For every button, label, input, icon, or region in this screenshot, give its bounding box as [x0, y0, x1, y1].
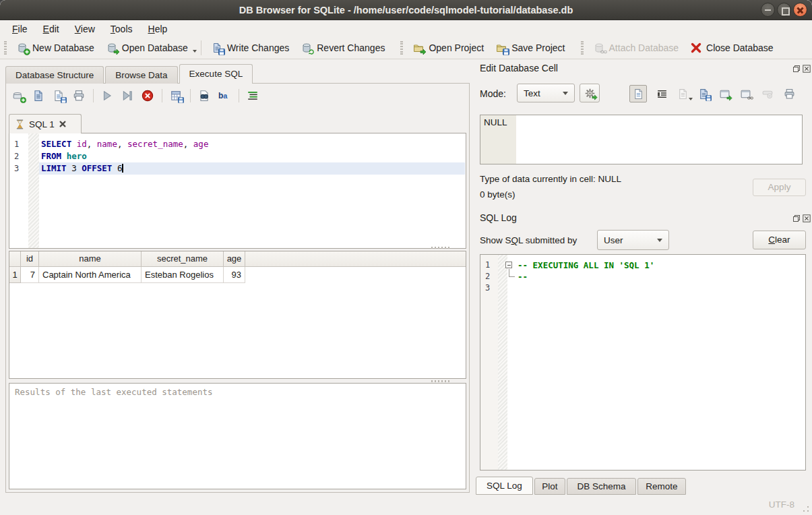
table-row[interactable]: 1 7 Captain North America Esteban Rogeli… [9, 267, 466, 283]
apply-button[interactable]: Apply [753, 179, 806, 196]
execute-current-line-icon[interactable] [121, 90, 134, 102]
text-mode-button[interactable] [629, 85, 647, 102]
tab-plot[interactable]: Plot [534, 478, 565, 495]
line-number: 1 [14, 138, 19, 150]
tab-remote[interactable]: Remote [637, 478, 686, 495]
tab-execute-sql[interactable]: Execute SQL [179, 64, 253, 84]
main-toolbar: New Database Open Database Write Changes… [0, 37, 812, 59]
menu-file[interactable]: File [6, 23, 34, 35]
save-sql-file-icon[interactable] [53, 90, 65, 102]
menu-tools[interactable]: Tools [104, 23, 139, 35]
print-cell-button[interactable] [782, 86, 797, 101]
format-sql-icon[interactable] [247, 90, 259, 102]
open-project-label: Open Project [429, 42, 484, 53]
open-database-button[interactable]: Open Database [100, 40, 194, 57]
hourglass-icon [15, 119, 24, 129]
open-tab-icon[interactable] [12, 90, 25, 102]
open-in-window-button[interactable] [717, 86, 732, 101]
link-cell-button[interactable] [738, 86, 753, 101]
splitter-handle[interactable] [431, 380, 450, 382]
app-window: DB Browser for SQLite - /home/user/code/… [0, 0, 812, 515]
save-results-icon[interactable] [170, 90, 183, 102]
resize-grip[interactable] [803, 506, 809, 512]
code-line: FROM hero [41, 150, 87, 162]
toolbar-grip[interactable] [581, 41, 584, 55]
stop-execution-icon[interactable] [142, 90, 154, 102]
save-project-label: Save Project [511, 42, 565, 53]
column-header-id[interactable]: id [21, 251, 39, 267]
attach-database-label: Attach Database [609, 42, 679, 53]
print-icon[interactable] [73, 90, 86, 102]
revert-changes-icon [301, 42, 313, 54]
tab-sql-log[interactable]: SQL Log [476, 477, 533, 495]
close-database-label: Close Database [706, 42, 774, 53]
cell-id[interactable]: 7 [21, 267, 39, 283]
close-database-button[interactable]: Close Database [685, 40, 780, 57]
menu-edit[interactable]: Edit [37, 23, 65, 35]
minimize-button[interactable] [761, 3, 775, 17]
toolbar-grip[interactable] [400, 41, 403, 55]
word-wrap-button[interactable] [654, 86, 669, 101]
close-dock-icon[interactable] [803, 213, 811, 221]
header-filler [245, 251, 466, 267]
submitted-by-combobox[interactable]: User [597, 230, 669, 250]
open-database-icon [106, 42, 118, 54]
close-window-button[interactable] [793, 3, 807, 17]
splitter-handle[interactable] [431, 247, 450, 249]
results-table[interactable]: id name secret_name age 1 7 Captain Nort… [9, 251, 466, 379]
code-line: LIMIT 3 OFFSET 6 [41, 162, 123, 175]
clear-log-button[interactable]: Clear [753, 231, 806, 249]
tab-browse-data[interactable]: Browse Data [105, 66, 177, 84]
column-header-secret-name[interactable]: secret_name [142, 251, 224, 267]
write-changes-label: Write Changes [227, 42, 289, 53]
results-table-header: id name secret_name age [9, 251, 466, 267]
open-sql-file-icon[interactable] [32, 90, 45, 102]
code-line: SELECT id, name, secret_name, age [41, 138, 208, 150]
attach-database-button[interactable]: Attach Database [588, 40, 685, 57]
cell-value-editor[interactable]: NULL [480, 115, 803, 164]
encoding-indicator[interactable]: UTF-8 [769, 499, 794, 510]
find-icon[interactable] [198, 90, 211, 102]
auto-completion-icon[interactable]: ba [218, 90, 231, 102]
column-header-name[interactable]: name [39, 251, 142, 267]
tab-database-structure[interactable]: Database Structure [5, 66, 104, 84]
write-changes-icon [212, 42, 223, 54]
open-project-button[interactable]: Open Project [407, 40, 490, 57]
cell-name[interactable]: Captain North America [39, 267, 142, 283]
menu-view[interactable]: View [69, 23, 101, 35]
revert-changes-button[interactable]: Revert Changes [295, 40, 391, 57]
maximize-button[interactable] [777, 3, 791, 17]
sql-toolbar-separator [239, 89, 239, 102]
log-line-number: 3 [485, 282, 490, 294]
open-project-icon [413, 42, 425, 54]
sql-log-view[interactable]: 1 -- EXECUTING ALL IN 'SQL 1' 2 -- 3 [480, 254, 806, 471]
line-number: 2 [14, 150, 19, 162]
open-database-dropdown-icon[interactable] [193, 50, 197, 53]
cell-age[interactable]: 93 [224, 267, 245, 283]
close-tab-icon[interactable] [59, 121, 66, 127]
sql-code-editor[interactable]: 1 SELECT id, name, secret_name, age 2 FR… [9, 133, 466, 249]
title-bar[interactable]: DB Browser for SQLite - /home/user/code/… [0, 0, 812, 20]
set-null-button[interactable] [760, 86, 775, 101]
write-changes-button[interactable]: Write Changes [206, 40, 295, 57]
mode-label: Mode: [480, 88, 506, 99]
cell-secret-name[interactable]: Esteban Rogelios [142, 267, 224, 283]
column-header-age[interactable]: age [224, 251, 245, 267]
open-database-label: Open Database [122, 42, 188, 53]
new-database-label: New Database [32, 42, 94, 53]
save-project-button[interactable]: Save Project [490, 40, 571, 57]
tab-db-schema[interactable]: DB Schema [567, 478, 636, 495]
float-dock-icon[interactable] [792, 63, 801, 71]
toolbar-grip[interactable] [4, 41, 7, 55]
export-file-button[interactable] [696, 86, 711, 101]
cell-value: NULL [484, 117, 507, 127]
execute-all-icon[interactable] [101, 90, 114, 102]
import-file-button[interactable] [675, 86, 690, 101]
sql-document-tab[interactable]: SQL 1 [9, 114, 82, 133]
close-dock-icon[interactable] [803, 63, 811, 71]
menu-help[interactable]: Help [142, 23, 174, 35]
new-database-button[interactable]: New Database [11, 40, 100, 57]
float-dock-icon[interactable] [792, 213, 801, 221]
mode-combobox[interactable]: Text [517, 84, 575, 102]
apply-settings-button[interactable] [580, 84, 600, 102]
